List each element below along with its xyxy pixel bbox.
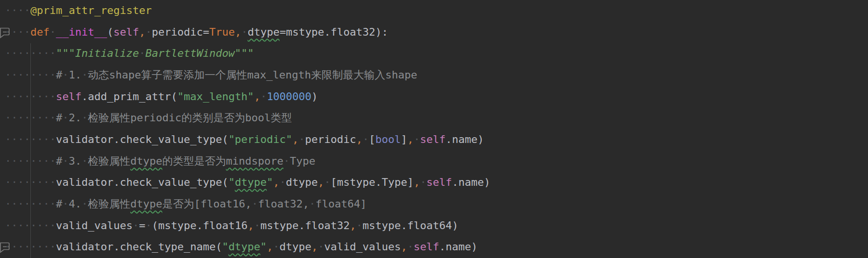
- code-token: """Initialize: [56, 47, 139, 59]
- whitespace-dot: ·: [30, 90, 37, 103]
- code-token: def: [30, 26, 50, 38]
- whitespace-dot: ·: [43, 219, 50, 232]
- whitespace-dot: ·: [37, 176, 43, 188]
- code-token: ,: [267, 241, 273, 253]
- whitespace-dot: ·: [5, 90, 11, 103]
- code-token: (: [107, 26, 113, 38]
- whitespace-dot: ·: [50, 176, 56, 188]
- whitespace-dot: ·: [11, 90, 17, 103]
- whitespace-dot: ·: [11, 47, 17, 59]
- whitespace-dot: ·: [30, 219, 37, 232]
- whitespace-dot: ·: [37, 241, 43, 253]
- whitespace-dot: ·: [18, 90, 24, 103]
- whitespace-dot: ·: [254, 219, 260, 232]
- whitespace-dot: ·: [252, 198, 258, 210]
- whitespace-dot: ·: [81, 155, 88, 167]
- code-line[interactable]: ········self.add_prim_attr("max_length",…: [5, 86, 868, 108]
- code-token: .name): [439, 241, 477, 253]
- whitespace-dot: ·: [18, 26, 24, 38]
- whitespace-dot: ·: [30, 69, 37, 81]
- whitespace-dot: ·: [24, 47, 30, 59]
- code-token: dtype: [235, 176, 267, 188]
- whitespace-dot: ·: [18, 155, 24, 167]
- whitespace-dot: ·: [30, 241, 37, 253]
- code-token: .add_prim_attr(: [81, 90, 177, 103]
- code-token: mstype.float32: [286, 26, 375, 38]
- whitespace-dot: ·: [18, 69, 24, 81]
- code-editor[interactable]: ····@prim_attr_register····def·__init__(…: [0, 0, 868, 258]
- comment-marker-icon[interactable]: [0, 26, 12, 39]
- code-area[interactable]: ····@prim_attr_register····def·__init__(…: [0, 0, 868, 258]
- whitespace-dot: ·: [50, 155, 56, 167]
- whitespace-dot: ·: [24, 198, 30, 210]
- code-line[interactable]: ········#·2.·检验属性periodic的类别是否为bool类型: [5, 107, 868, 129]
- whitespace-dot: ·: [11, 112, 17, 124]
- whitespace-dot: ·: [318, 241, 324, 253]
- code-token: bool: [375, 133, 401, 145]
- code-token: validator.check_value_type(: [56, 176, 229, 188]
- whitespace-dot: ·: [280, 176, 286, 188]
- code-token: ,: [235, 26, 241, 38]
- code-token: ": [267, 176, 273, 188]
- code-token: =: [203, 26, 209, 38]
- code-line[interactable]: ········validator.check_value_type("dtyp…: [5, 172, 868, 194]
- whitespace-dot: ·: [50, 90, 56, 103]
- code-token: =: [280, 26, 286, 38]
- whitespace-dot: ·: [81, 198, 88, 210]
- code-token: [: [369, 133, 375, 145]
- whitespace-dot: ·: [37, 112, 43, 124]
- whitespace-dot: ·: [30, 133, 37, 145]
- code-token: mstype.float64): [363, 219, 459, 232]
- code-token: 动态shape算子需要添加一个属性max_length来限制最大输入shape: [88, 69, 417, 81]
- code-line[interactable]: ····def·__init__(self,·periodic=True,·dt…: [5, 22, 868, 43]
- whitespace-dot: ·: [37, 133, 43, 145]
- whitespace-dot: ·: [11, 176, 17, 188]
- code-line[interactable]: ········valid_values·=·(mstype.float16,·…: [5, 215, 868, 237]
- code-token: valid_values: [324, 241, 401, 253]
- whitespace-dot: ·: [30, 112, 37, 124]
- code-token: periodic: [152, 26, 203, 38]
- whitespace-dot: ·: [11, 219, 17, 232]
- whitespace-dot: ·: [241, 26, 247, 38]
- code-token: dtype: [286, 176, 318, 188]
- code-line[interactable]: ········validator.check_type_name("dtype…: [5, 236, 868, 258]
- whitespace-dot: ·: [18, 176, 24, 188]
- code-line[interactable]: ········validator.check_value_type("peri…: [5, 129, 868, 151]
- code-token: ,: [273, 176, 279, 188]
- code-token: ,: [401, 241, 407, 253]
- whitespace-dot: ·: [62, 155, 68, 167]
- code-token: ": [260, 241, 267, 253]
- code-token: ):: [375, 26, 388, 38]
- whitespace-dot: ·: [37, 198, 43, 210]
- code-token: Type: [290, 155, 315, 167]
- whitespace-dot: ·: [18, 4, 24, 16]
- whitespace-dot: ·: [5, 198, 11, 210]
- code-token: float64]: [315, 198, 366, 210]
- whitespace-dot: ·: [324, 176, 330, 188]
- code-line[interactable]: ········#·3.·检验属性dtype的类型是否为mindspore·Ty…: [5, 151, 868, 172]
- whitespace-dot: ·: [43, 133, 50, 145]
- whitespace-dot: ·: [145, 26, 151, 38]
- code-token: ]: [401, 133, 407, 145]
- whitespace-dot: ·: [414, 133, 420, 145]
- comment-marker-icon[interactable]: [0, 240, 12, 254]
- code-token: #: [56, 155, 62, 167]
- whitespace-dot: ·: [420, 176, 426, 188]
- code-token: dtype: [280, 241, 312, 253]
- whitespace-dot: ·: [11, 69, 17, 81]
- code-token: dtype: [229, 241, 260, 253]
- code-line[interactable]: ········#·4.·检验属性dtype是否为[float16,·float…: [5, 194, 868, 215]
- whitespace-dot: ·: [298, 133, 305, 145]
- code-token: dtype: [247, 26, 279, 38]
- whitespace-dot: ·: [37, 219, 43, 232]
- code-line[interactable]: ····@prim_attr_register: [5, 0, 868, 22]
- code-token: ,: [247, 219, 254, 232]
- whitespace-dot: ·: [30, 176, 37, 188]
- code-line[interactable]: ········#·1.·动态shape算子需要添加一个属性max_length…: [5, 64, 868, 86]
- whitespace-dot: ·: [5, 133, 11, 145]
- whitespace-dot: ·: [43, 241, 50, 253]
- code-token: 4.: [69, 198, 82, 210]
- code-line[interactable]: ········"""Initialize·BartlettWindow""": [5, 43, 868, 64]
- code-token: "max_length": [177, 90, 254, 103]
- code-token: =: [139, 219, 145, 232]
